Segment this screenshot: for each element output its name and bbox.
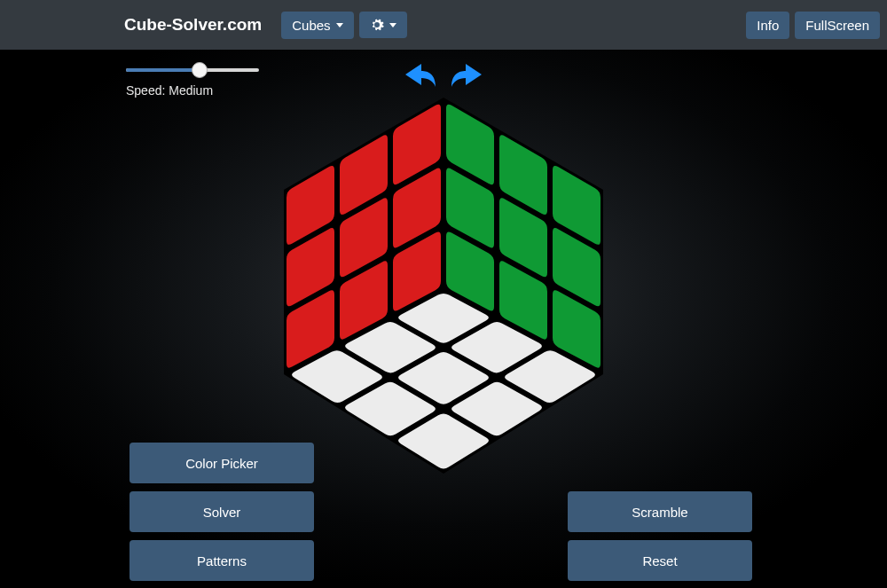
rotate-controls — [402, 60, 485, 92]
patterns-button[interactable]: Patterns — [130, 540, 314, 581]
settings-dropdown[interactable] — [359, 12, 407, 38]
speed-control: Speed: Medium — [126, 60, 268, 98]
cube-stage: Speed: Medium placeholder — [0, 50, 887, 588]
gear-icon — [370, 18, 384, 32]
info-label: Info — [757, 18, 779, 33]
speed-label: Speed: Medium — [126, 83, 268, 98]
fullscreen-button[interactable]: FullScreen — [795, 12, 880, 39]
cubes-label: Cubes — [292, 18, 330, 33]
solver-button[interactable]: Solver — [130, 491, 314, 532]
color-picker-button[interactable]: Color Picker — [130, 443, 314, 483]
caret-down-icon — [336, 23, 343, 27]
rotate-right-icon[interactable] — [450, 60, 485, 92]
rotate-left-icon[interactable] — [402, 60, 437, 92]
speed-slider[interactable] — [126, 60, 259, 80]
info-button[interactable]: Info — [746, 12, 789, 39]
caret-down-icon — [389, 23, 396, 27]
reset-button[interactable]: Reset — [568, 540, 752, 581]
brand-title: Cube-Solver.com — [0, 15, 276, 35]
rubiks-cube[interactable]: placeholder — [275, 90, 612, 484]
scramble-button[interactable]: Scramble — [568, 491, 752, 532]
slider-thumb[interactable] — [192, 62, 208, 78]
fullscreen-label: FullScreen — [805, 18, 869, 33]
slider-fill — [126, 68, 200, 72]
cubes-dropdown[interactable]: Cubes — [281, 12, 353, 39]
navbar: Cube-Solver.com Cubes Info FullScreen — [0, 0, 887, 50]
